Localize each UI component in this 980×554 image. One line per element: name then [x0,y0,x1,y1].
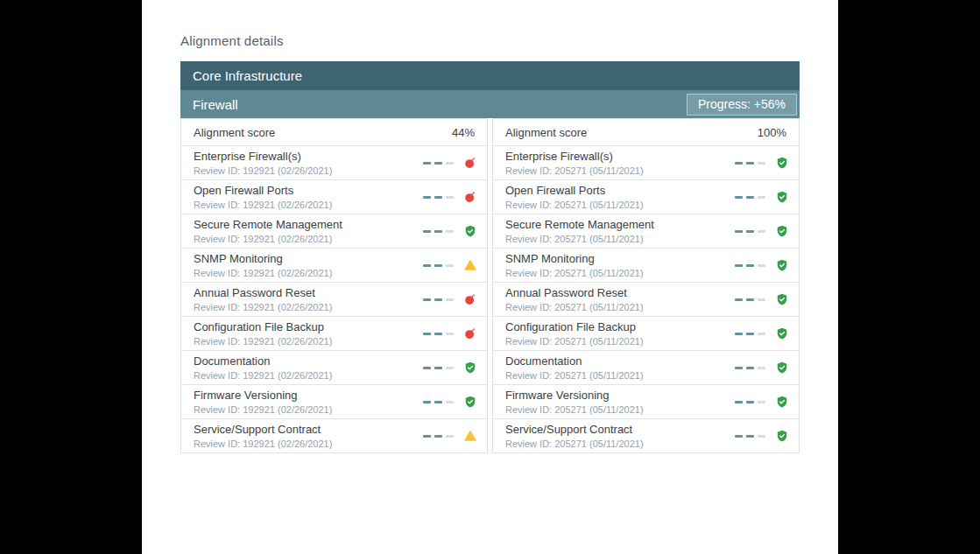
control-status [419,430,476,442]
control-row[interactable]: Secure Remote Management Review ID: 2052… [493,214,799,248]
trend-dash [446,401,454,403]
control-text: Open Firewall Ports Review ID: 192921 (0… [194,184,332,210]
shield-check-icon [776,430,788,442]
trend-dash [434,435,442,438]
control-title: Configuration File Backup [505,320,644,334]
trend-dash [758,435,765,438]
page-title: Alignment details [180,33,800,48]
trend-dash [735,264,743,267]
control-row[interactable]: Configuration File Backup Review ID: 205… [493,316,799,350]
trend-dash [446,298,454,301]
trend-dash [434,367,442,369]
trend-dash [735,333,743,335]
control-text: Configuration File Backup Review ID: 192… [194,320,332,347]
control-row[interactable]: Enterprise Firewall(s) Review ID: 205271… [493,145,799,179]
control-row[interactable]: Annual Password Reset Review ID: 192921 … [181,282,487,316]
control-row[interactable]: SNMP Monitoring Review ID: 205271 (05/11… [493,248,799,282]
trend-dash [434,401,442,403]
control-title: Documentation [194,354,332,368]
control-status [731,327,788,340]
trend-dash [758,367,765,369]
trend-dash [423,230,431,233]
trend-dash [735,435,743,438]
section-header: Firewall Progress: +56% [180,90,800,118]
control-row[interactable]: Documentation Review ID: 205271 (05/11/2… [493,350,799,384]
control-title: Service/Support Contract [194,423,332,437]
trend-dash [735,162,743,165]
trend-dash [735,298,743,301]
control-row[interactable]: SNMP Monitoring Review ID: 192921 (02/26… [181,248,487,282]
control-row[interactable]: Enterprise Firewall(s) Review ID: 192921… [181,145,487,179]
trend-dash [735,367,743,369]
trend-dash [735,401,743,403]
control-title: Service/Support Contract [505,423,644,437]
control-row[interactable]: Service/Support Contract Review ID: 1929… [181,418,487,452]
shield-check-icon [776,396,788,408]
review-id: Review ID: 205271 (05/11/2021) [505,165,644,176]
shield-check-icon [464,361,476,374]
trend-dash [758,298,765,301]
control-title: Enterprise Firewall(s) [194,150,332,164]
trend-dash [758,230,765,233]
control-text: Firmware Versioning Review ID: 205271 (0… [505,389,644,415]
control-status [419,191,476,203]
trend-dash [758,333,765,335]
trend-dash [423,333,431,335]
review-id: Review ID: 192921 (02/26/2021) [194,234,342,244]
alignment-column-before: Alignment score 44% Enterprise Firewall(… [180,118,488,453]
alignment-column-after: Alignment score 100% Enterprise Firewall… [492,118,800,453]
trend-dash [758,196,765,199]
trend-dash [423,435,431,438]
control-text: SNMP Monitoring Review ID: 205271 (05/11… [505,252,644,278]
review-id: Review ID: 192921 (02/26/2021) [194,268,332,278]
control-row[interactable]: Annual Password Reset Review ID: 205271 … [493,282,799,316]
trend-dash [746,435,754,438]
trend-dash [746,196,754,199]
trend-dash [434,162,442,165]
control-text: Enterprise Firewall(s) Review ID: 205271… [505,150,644,176]
trend-dash [446,367,454,369]
trend-dash [746,230,754,233]
control-title: Annual Password Reset [505,286,644,300]
trend-dash [423,367,431,369]
section-label: Firewall [193,97,238,112]
warning-triangle-icon [464,259,476,271]
trend-dash [758,264,765,267]
control-status [419,259,476,271]
control-row[interactable]: Secure Remote Management Review ID: 1929… [181,214,487,248]
trend-dash [423,401,431,403]
trend-dash [423,196,431,199]
review-id: Review ID: 192921 (02/26/2021) [194,200,332,210]
control-title: Configuration File Backup [194,320,332,334]
control-row[interactable]: Service/Support Contract Review ID: 2052… [493,418,799,452]
bomb-icon [464,293,476,305]
control-row[interactable]: Documentation Review ID: 192921 (02/26/2… [181,350,487,384]
control-text: Configuration File Backup Review ID: 205… [505,320,644,347]
review-id: Review ID: 205271 (05/11/2021) [505,370,644,381]
trend-dash [746,298,754,301]
control-title: SNMP Monitoring [194,252,332,266]
control-row[interactable]: Firmware Versioning Review ID: 192921 (0… [181,384,487,418]
control-row[interactable]: Open Firewall Ports Review ID: 205271 (0… [493,179,799,214]
review-id: Review ID: 205271 (05/11/2021) [505,438,644,449]
control-text: Documentation Review ID: 205271 (05/11/2… [505,354,644,381]
trend-dash [446,162,454,165]
bomb-icon [464,157,476,169]
control-row[interactable]: Firmware Versioning Review ID: 205271 (0… [493,384,799,418]
control-text: Firmware Versioning Review ID: 192921 (0… [194,389,332,415]
trend-dash [746,333,754,335]
trend-dash [446,435,454,438]
control-status [731,225,788,237]
review-id: Review ID: 192921 (02/26/2021) [194,336,332,347]
trend-dash [423,298,431,301]
control-title: SNMP Monitoring [505,252,644,266]
trend-dash [446,264,454,267]
control-status [731,396,788,408]
control-text: Service/Support Contract Review ID: 1929… [194,423,332,449]
control-row[interactable]: Open Firewall Ports Review ID: 192921 (0… [181,179,487,214]
control-text: Service/Support Contract Review ID: 2052… [505,423,644,449]
trend-dash [434,264,442,267]
shield-check-icon [776,157,788,169]
control-row[interactable]: Configuration File Backup Review ID: 192… [181,316,487,350]
trend-dash [735,230,743,233]
